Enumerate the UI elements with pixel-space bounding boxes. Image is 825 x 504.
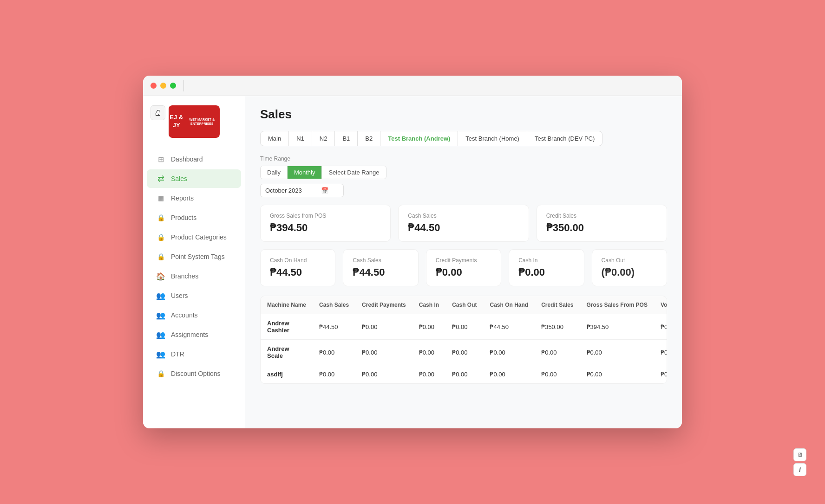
sidebar-item-label: Products [171,214,196,221]
tab-b2[interactable]: B2 [358,131,380,146]
point-system-tags-lock-icon: 🔒 [156,252,165,261]
sidebar-item-accounts[interactable]: 👥 Accounts [147,306,241,324]
sidebar-item-label: DTR [171,350,184,358]
table-cell: ₱0.00 [535,365,580,384]
sidebar-item-label: Dashboard [171,155,203,163]
table-cell: ₱0.00 [535,340,580,365]
date-input-value: October 2023 [265,187,302,194]
tab-n1[interactable]: N1 [289,131,312,146]
tab-main[interactable]: Main [261,131,289,146]
stat-label-gross-sales-pos: Gross Sales from POS [270,213,381,219]
sidebar-item-reports[interactable]: ▦ Reports [147,189,241,207]
sidebar-item-label: Users [171,292,188,299]
table-cell: ₱0.00 [654,340,667,365]
monthly-button[interactable]: Monthly [288,166,322,179]
reports-icon: ▦ [156,194,165,203]
app-window: 🖨 ⊞ Dashboard ⇄ Sales ▦ Reports [143,76,682,428]
title-bar [143,76,682,96]
table-row: asdlfj₱0.00₱0.00₱0.00₱0.00₱0.00₱0.00₱0.0… [261,365,667,384]
sidebar-item-discount-options[interactable]: 🔒 Discount Options [147,364,241,383]
close-button[interactable] [151,83,157,89]
stat-label-cash-sales-2: Cash Sales [353,257,408,264]
table-cell: AndrewCashier [261,314,313,340]
stat-cash-on-hand: Cash On Hand ₱44.50 [260,249,335,286]
stat-value-cash-in: ₱0.00 [518,266,574,278]
print-button[interactable]: 🖨 [151,105,165,120]
sidebar-item-label: Product Categories [171,233,227,241]
time-range-buttons: Daily Monthly Select Date Range [260,166,386,179]
sidebar-item-branches[interactable]: 🏠 Branches [147,267,241,285]
users-icon: 👥 [156,291,165,300]
table-cell: ₱0.00 [654,314,667,340]
minimize-button[interactable] [160,83,166,89]
date-input[interactable]: October 2023 📅 [260,184,344,197]
stat-credit-payments: Credit Payments ₱0.00 [426,249,501,286]
print-icon: 🖨 [154,109,162,117]
tab-n2[interactable]: N2 [312,131,335,146]
table-cell: ₱0.00 [445,365,483,384]
app-logo [169,105,220,138]
time-range-label: Time Range [260,155,667,162]
stat-credit-sales: Credit Sales ₱350.00 [537,205,667,242]
stat-value-credit-sales: ₱350.00 [546,222,657,234]
stat-cash-in: Cash In ₱0.00 [509,249,584,286]
page-title: Sales [260,107,667,122]
main-content: Sales Main N1 N2 B1 B2 Test Branch (Andr… [245,96,682,428]
stat-value-cash-sales-2: ₱44.50 [353,266,408,278]
discount-options-lock-icon: 🔒 [156,369,165,378]
col-machine-name: Machine Name [261,296,313,314]
stat-value-gross-sales-pos: ₱394.50 [270,222,381,234]
select-date-range-button[interactable]: Select Date Range [322,166,386,179]
daily-button[interactable]: Daily [261,166,288,179]
sidebar-logo-area: 🖨 [143,96,245,145]
sales-table: Machine Name Cash Sales Credit Payments … [261,296,667,383]
dashboard-icon: ⊞ [156,155,165,164]
time-range-section: Time Range Daily Monthly Select Date Ran… [260,155,667,197]
tab-b1[interactable]: B1 [335,131,358,146]
sidebar-item-dtr[interactable]: 👥 DTR [147,345,241,363]
stat-value-credit-payments: ₱0.00 [436,266,491,278]
sidebar-item-product-categories[interactable]: 🔒 Product Categories [147,228,241,246]
col-cash-sales: Cash Sales [313,296,355,314]
sidebar-item-label: Accounts [171,311,198,319]
table-cell: ₱0.00 [580,340,654,365]
table-cell: ₱0.00 [355,314,412,340]
accounts-icon: 👥 [156,310,165,320]
sidebar-item-label: Reports [171,194,194,202]
table-cell: ₱44.50 [483,314,535,340]
tab-test-devpc[interactable]: Test Branch (DEV PC) [527,131,602,146]
sidebar-item-label: Sales [171,175,187,182]
stat-gross-sales-pos: Gross Sales from POS ₱394.50 [260,205,391,242]
table-cell: ₱0.00 [355,340,412,365]
table-cell: ₱0.00 [313,340,355,365]
col-voided-transactions: Voided Transactions [654,296,667,314]
dtr-icon: 👥 [156,349,165,359]
stat-cash-sales-1: Cash Sales ₱44.50 [398,205,529,242]
date-input-row: October 2023 📅 [260,184,667,197]
stat-value-cash-sales-1: ₱44.50 [408,222,519,234]
table-cell: ₱350.00 [535,314,580,340]
stat-label-credit-sales: Credit Sales [546,213,657,219]
col-cash-on-hand: Cash On Hand [483,296,535,314]
sidebar-item-assignments[interactable]: 👥 Assignments [147,325,241,344]
sidebar-item-label: Point System Tags [171,253,225,260]
calendar-icon: 📅 [321,187,328,194]
table-cell: ₱0.00 [483,340,535,365]
app-body: 🖨 ⊞ Dashboard ⇄ Sales ▦ Reports [143,96,682,428]
sidebar-item-dashboard[interactable]: ⊞ Dashboard [147,150,241,168]
table-cell: ₱0.00 [445,340,483,365]
table-cell: asdlfj [261,365,313,384]
tab-test-home[interactable]: Test Branch (Home) [458,131,527,146]
sidebar-item-sales[interactable]: ⇄ Sales [147,169,241,188]
table-cell: ₱394.50 [580,314,654,340]
col-cash-in: Cash In [412,296,445,314]
sidebar-item-users[interactable]: 👥 Users [147,286,241,305]
sidebar-item-products[interactable]: 🔒 Products [147,208,241,227]
sidebar-item-point-system-tags[interactable]: 🔒 Point System Tags [147,247,241,266]
table-cell: ₱0.00 [412,365,445,384]
tab-test-andrew[interactable]: Test Branch (Andrew) [380,131,458,146]
col-credit-payments: Credit Payments [355,296,412,314]
col-credit-sales: Credit Sales [535,296,580,314]
maximize-button[interactable] [170,83,176,89]
col-cash-out: Cash Out [445,296,483,314]
